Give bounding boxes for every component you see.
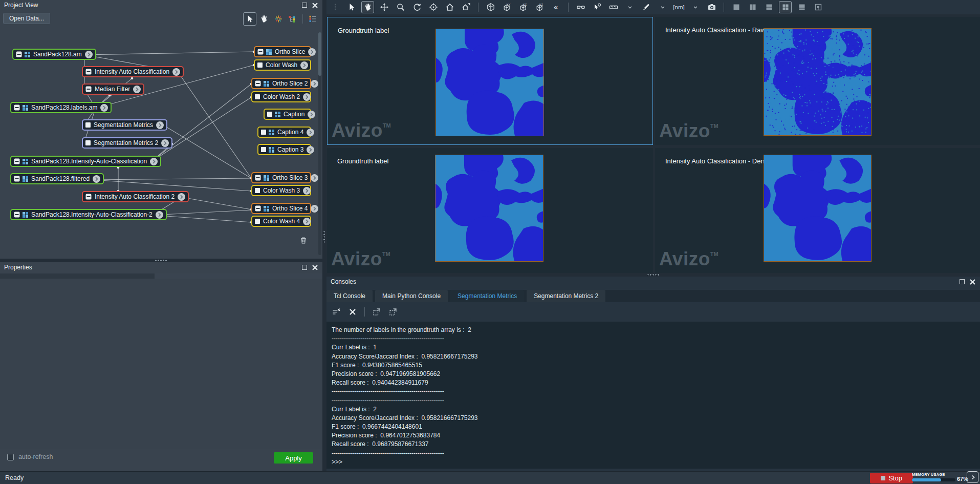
graph-node-segmentation-metrics-2[interactable]: Segmentation Metrics 2 [82,137,172,149]
chevron-right-icon[interactable] [307,129,314,136]
collapse-left-icon[interactable]: « [550,1,562,13]
panel-splitter-vertical[interactable] [322,0,326,471]
cube-icon[interactable] [484,1,497,13]
pen-icon[interactable] [640,1,652,13]
console-tab-segmentation-metrics[interactable]: Segmentation Metrics [450,290,524,302]
chevron-right-icon[interactable] [133,86,141,93]
float-panel-icon[interactable] [302,265,307,270]
chevron-right-icon[interactable] [85,51,93,58]
chevron-right-icon[interactable] [311,174,318,182]
graph-node-intensity-auto-classification-2[interactable]: Intensity Auto Classification 2 [82,191,189,202]
graph-scrollbar[interactable] [318,32,321,255]
graph-node-intensity-auto-classification[interactable]: Intensity Auto Classification [82,66,184,77]
cube-yz-icon[interactable]: YZ [533,1,546,13]
graph-node-ortho-slice-2[interactable]: Ortho Slice 2 [251,78,311,89]
glasses-icon[interactable] [574,1,587,13]
chevron-right-icon[interactable] [308,111,315,118]
graph-node-ortho-slice-4[interactable]: Ortho Slice 4 [251,203,311,214]
chevron-right-icon[interactable] [156,121,164,129]
chevron-right-icon[interactable] [303,218,311,225]
chevron-right-icon[interactable] [311,205,318,213]
graph-node-caption[interactable]: Caption [264,109,311,120]
clear-console-icon[interactable] [330,305,343,319]
close-panel-icon[interactable] [312,264,318,271]
camera-icon[interactable] [705,1,718,13]
expand-chevron-button[interactable] [967,471,978,483]
graph-node-sandpack128-labels-am[interactable]: SandPack128.labels.am [10,102,112,113]
layout-quad-icon[interactable] [779,1,792,13]
chevron-right-icon[interactable] [308,48,316,56]
avizo-watermark: AvizoTM [659,248,718,270]
graph-node-segmentation-metrics[interactable]: Segmentation Metrics [82,119,167,131]
chevron-right-icon[interactable] [172,68,180,76]
float-panel-icon[interactable] [960,279,965,284]
chevron-down-icon[interactable] [656,1,669,13]
chevron-right-icon[interactable] [307,146,314,154]
viewport-3[interactable]: Groundtruth labelAvizoTM [327,148,653,273]
graph-node-color-wash[interactable]: Color Wash [254,59,311,71]
chevron-right-icon[interactable] [93,175,100,183]
chevron-right-icon[interactable] [311,80,318,88]
graph-node-sandpack128-filtered[interactable]: SandPack128.filtered [10,173,104,184]
chevron-right-icon[interactable] [150,158,158,165]
chevron-right-icon[interactable] [156,211,163,219]
unit-icon[interactable]: [nm] [672,1,685,13]
graph-node-color-wash-3[interactable]: Color Wash 3 [251,185,311,196]
chevron-right-icon[interactable] [178,193,185,201]
graph-node-color-wash-4[interactable]: Color Wash 4 [251,216,311,227]
ruler-icon[interactable] [607,1,620,13]
console-output[interactable]: The number of labels in the groundtruth … [326,322,980,469]
rotate-icon[interactable] [410,1,423,13]
chevron-right-icon[interactable] [300,61,308,69]
zoom-icon[interactable] [394,1,407,13]
detach-window-icon[interactable] [370,305,383,319]
avizo-window: Project View Open Data... SandPack128.am… [0,0,980,484]
layout-2col-icon[interactable] [746,1,759,13]
viewport-2[interactable]: Intensity Auto Classification - RawAvizo… [655,17,980,145]
probe-icon[interactable] [591,1,603,13]
graph-node-ortho-slice-3[interactable]: Ortho Slice 3 [251,172,311,183]
close-x-icon[interactable] [346,305,359,319]
seek-icon[interactable] [427,1,440,13]
cursor-icon[interactable] [345,1,358,13]
cube-xy-icon[interactable]: XY [500,1,513,13]
chevron-down-icon[interactable] [623,1,636,13]
layout-2row-icon[interactable] [763,1,775,13]
chevron-down-icon[interactable] [689,1,702,13]
console-splitter[interactable] [326,273,980,277]
console-tab-segmentation-metrics-2[interactable]: Segmentation Metrics 2 [527,290,605,302]
home-icon[interactable] [443,1,456,13]
trash-icon[interactable] [299,236,308,246]
hand-icon[interactable] [361,1,374,13]
graph-node-sandpack128-am[interactable]: SandPack128.am [12,49,96,60]
graph-node-sandpack128-intensity-auto-classification[interactable]: SandPack128.Intensity-Auto-Classificatio… [10,156,161,167]
node-graph[interactable]: SandPack128.amIntensity Auto Classificat… [0,28,322,259]
viewport-1[interactable]: Groundtruth labelAvizoTM [327,17,653,145]
home-set-icon[interactable] [460,1,472,13]
console-tab-tcl-console[interactable]: Tcl Console [326,290,373,302]
cube-xz-icon[interactable]: XZ [517,1,530,13]
graph-node-sandpack128-intensity-auto-classification-2[interactable]: SandPack128.Intensity-Auto-Classificatio… [10,209,167,220]
stop-button[interactable]: Stop [870,473,913,483]
layout-single-icon[interactable] [730,1,743,13]
grip-icon[interactable] [329,1,341,13]
console-tab-main-python-console[interactable]: Main Python Console [375,290,448,302]
layout-main-icon[interactable] [795,1,808,13]
layout-extra-icon[interactable] [812,1,824,13]
viewport-4[interactable]: Intensity Auto Classification - Denoised… [655,148,980,273]
auto-refresh-checkbox[interactable] [7,454,14,460]
detach-window-dot-icon[interactable] [386,305,400,319]
graph-node-ortho-slice[interactable]: Ortho Slice [254,46,311,57]
chevron-right-icon[interactable] [161,139,169,147]
chevron-right-icon[interactable] [303,93,311,101]
chevron-right-icon[interactable] [303,187,311,195]
graph-node-median-filter[interactable]: Median Filter [82,83,144,95]
graph-node-color-wash-2[interactable]: Color Wash 2 [251,91,311,102]
close-panel-icon[interactable] [969,279,976,285]
panel-splitter-horizontal[interactable] [0,259,322,262]
move-icon[interactable] [378,1,390,13]
apply-button[interactable]: Apply [274,452,313,464]
graph-node-caption-4[interactable]: Caption 4 [257,127,311,138]
chevron-right-icon[interactable] [100,104,108,112]
graph-node-caption-3[interactable]: Caption 3 [257,144,311,155]
